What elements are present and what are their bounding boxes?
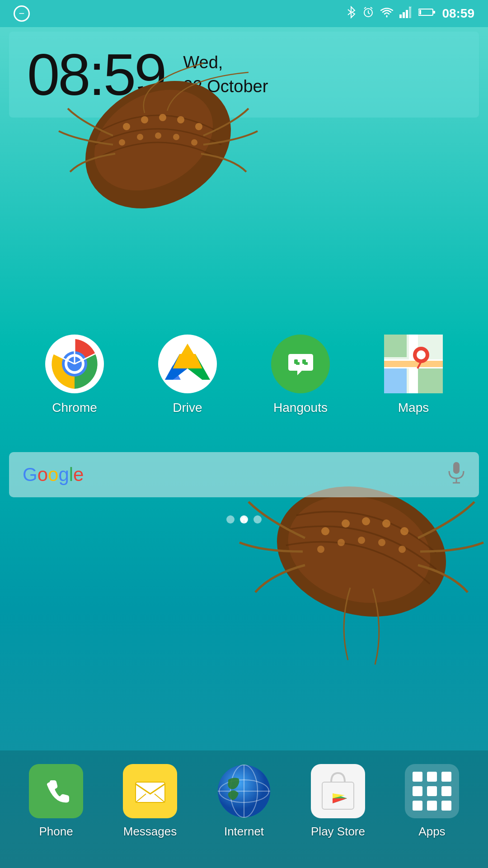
svg-rect-62: [136, 782, 165, 802]
svg-point-53: [400, 527, 408, 535]
svg-rect-37: [304, 362, 308, 365]
page-dot-1: [226, 515, 235, 524]
svg-text:R: R: [409, 6, 412, 9]
signal-icon: R: [399, 6, 412, 21]
hangouts-label: Hangouts: [273, 401, 328, 415]
svg-point-17: [137, 134, 143, 140]
page-dot-3: [253, 515, 262, 524]
status-time: 08:59: [442, 6, 474, 21]
svg-point-52: [382, 519, 390, 528]
dock-messages[interactable]: Messages: [123, 764, 177, 839]
messages-label: Messages: [123, 825, 177, 839]
svg-rect-8: [433, 11, 435, 14]
status-bar: −: [0, 0, 488, 27]
alarm-icon: [362, 6, 374, 21]
dnd-icon: −: [14, 5, 30, 22]
svg-point-49: [321, 527, 329, 535]
playstore-icon-container: [311, 764, 365, 818]
status-right: R 08:59: [346, 6, 474, 22]
page-indicator: [226, 515, 262, 524]
svg-point-20: [191, 139, 197, 146]
apps-label: Apps: [418, 825, 445, 839]
phone-label: Phone: [39, 825, 73, 839]
svg-rect-3: [406, 10, 408, 18]
internet-icon-container: [217, 764, 271, 818]
svg-point-55: [338, 539, 345, 546]
app-hangouts[interactable]: Hangouts: [271, 335, 330, 415]
svg-point-50: [342, 519, 350, 528]
dock-phone[interactable]: Phone: [29, 764, 83, 839]
search-bar[interactable]: Google: [9, 452, 479, 497]
app-grid: Chrome Drive: [0, 335, 488, 415]
svg-point-16: [119, 139, 125, 146]
svg-point-56: [358, 537, 365, 544]
dock: Phone Messages: [0, 750, 488, 868]
dock-apps[interactable]: Apps: [405, 764, 459, 839]
svg-rect-41: [384, 335, 407, 357]
svg-point-15: [195, 123, 202, 130]
drive-label: Drive: [173, 401, 202, 415]
bluetooth-icon: [346, 6, 356, 22]
apps-icon-container: [405, 764, 459, 818]
svg-point-14: [177, 116, 184, 123]
svg-rect-59: [453, 462, 460, 474]
messages-icon-container: [123, 764, 177, 818]
svg-point-46: [417, 350, 426, 359]
svg-rect-7: [419, 10, 421, 14]
svg-rect-1: [399, 14, 402, 18]
bug-top-decoration: [45, 54, 271, 235]
svg-rect-42: [418, 368, 443, 393]
svg-rect-43: [384, 368, 407, 393]
svg-point-58: [399, 546, 406, 553]
mic-icon[interactable]: [447, 461, 465, 488]
svg-point-57: [378, 539, 385, 546]
page-dot-2: [240, 515, 248, 524]
svg-rect-2: [403, 12, 405, 18]
svg-point-11: [123, 123, 130, 130]
svg-point-13: [159, 114, 166, 121]
apps-grid: [406, 765, 458, 817]
svg-point-54: [317, 546, 324, 553]
app-drive[interactable]: Drive: [158, 335, 217, 415]
app-maps[interactable]: Maps: [384, 335, 443, 415]
svg-point-19: [173, 134, 179, 140]
battery-icon: [418, 8, 436, 19]
dock-playstore[interactable]: Play Store: [311, 764, 365, 839]
google-logo: Google: [23, 464, 84, 486]
hangouts-icon: [271, 335, 330, 393]
svg-point-12: [141, 116, 148, 123]
app-chrome[interactable]: Chrome: [45, 335, 104, 415]
maps-label: Maps: [398, 401, 429, 415]
wifi-icon: [380, 7, 393, 21]
phone-icon-container: [29, 764, 83, 818]
svg-rect-44: [384, 361, 443, 367]
dock-internet[interactable]: Internet: [217, 764, 271, 839]
playstore-label: Play Store: [311, 825, 365, 839]
status-left: −: [14, 5, 30, 22]
chrome-label: Chrome: [52, 401, 97, 415]
internet-label: Internet: [224, 825, 264, 839]
svg-point-51: [362, 517, 370, 525]
svg-rect-35: [296, 362, 300, 365]
svg-point-18: [155, 132, 161, 139]
